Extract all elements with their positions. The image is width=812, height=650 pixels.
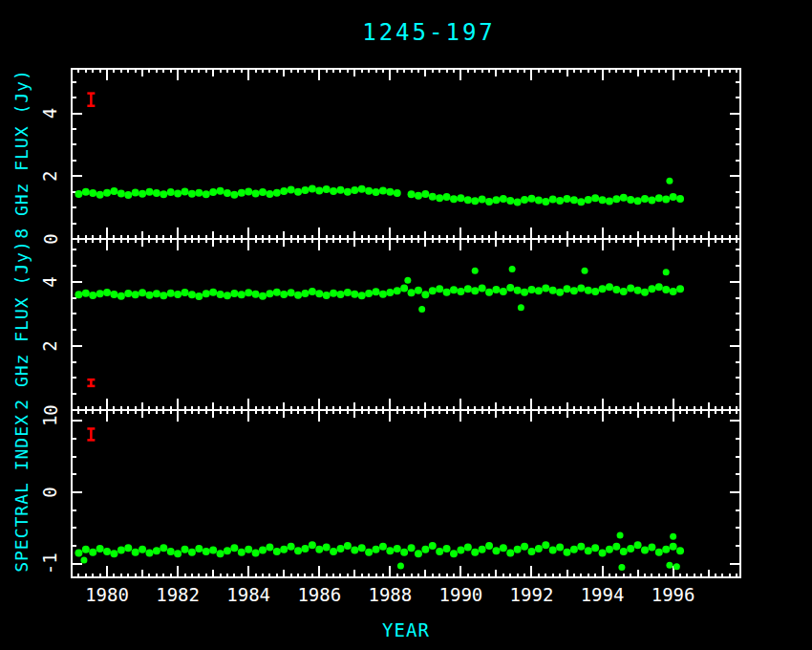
- y-tick-label: 4: [40, 108, 61, 119]
- x-tick-label: 1984: [226, 584, 270, 605]
- x-tick-labels: 198019821984198619881990199219941996: [85, 584, 694, 605]
- y-tick-label: -1: [40, 552, 61, 574]
- y-tick-label: 4: [40, 276, 61, 287]
- x-tick-label: 1986: [297, 584, 341, 605]
- x-tick-label: 1996: [652, 584, 695, 605]
- x-tick-label: 1992: [510, 584, 554, 605]
- panel-8ghz-flux: 024: [40, 69, 741, 245]
- outlier-points: [666, 178, 673, 184]
- chart-canvas: 02402410-1198019821984198619881990199219…: [0, 0, 812, 650]
- x-tick-label: 1980: [85, 584, 129, 605]
- data-points: [75, 541, 684, 557]
- plot-page: { "title": "1245-197", "xlabel": "YEAR",…: [0, 0, 812, 650]
- y-tick-label: 2: [40, 340, 61, 351]
- frame-and-ticks: [72, 239, 740, 410]
- panel-spectral-index: 10-1: [40, 410, 741, 577]
- data-points: [75, 283, 684, 300]
- y-tick-label: 1: [40, 415, 61, 425]
- panel-2ghz-flux: 024: [40, 239, 741, 416]
- y-tick-label: 0: [40, 404, 61, 415]
- sample-error-bar: [87, 379, 95, 386]
- y-tick-label: 0: [40, 233, 61, 244]
- x-axis-label: YEAR: [382, 619, 430, 640]
- x-tick-label: 1994: [581, 584, 625, 605]
- frame-and-ticks: [72, 69, 740, 239]
- y-tick-label: 2: [40, 171, 61, 182]
- sample-error-bar: [87, 428, 95, 440]
- x-tick-label: 1982: [156, 584, 200, 605]
- x-tick-label: 1988: [368, 584, 412, 605]
- x-tick-label: 1990: [439, 584, 483, 605]
- data-points: [75, 184, 684, 206]
- y-tick-label: 0: [40, 487, 61, 497]
- sample-error-bar: [87, 94, 95, 106]
